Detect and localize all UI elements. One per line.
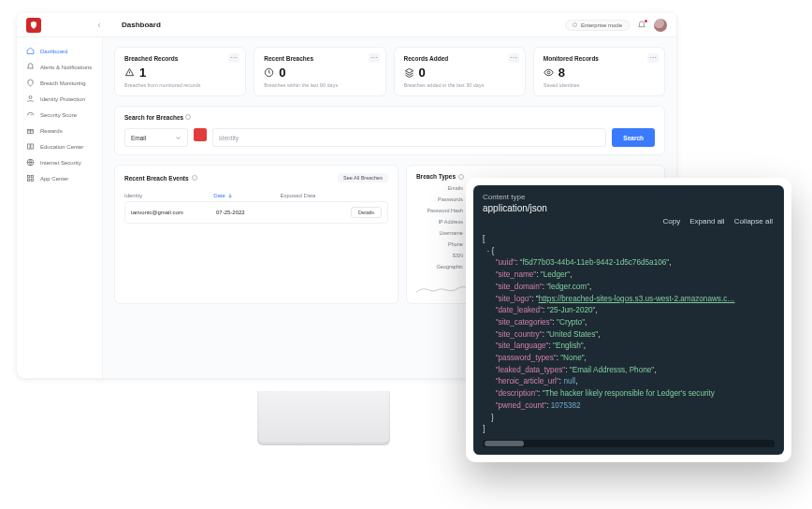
recent-breach-events-panel: Recent Breach Events See All Breaches Id… — [114, 165, 399, 304]
svg-rect-5 — [28, 179, 30, 181]
search-button[interactable]: Search — [612, 128, 655, 147]
svg-rect-6 — [31, 179, 33, 181]
info-icon[interactable] — [458, 174, 464, 180]
copy-button[interactable]: Copy — [663, 217, 681, 225]
content-type-value: application/json — [483, 203, 775, 213]
sidebar-collapse-icon[interactable] — [95, 22, 103, 29]
home-icon — [26, 47, 35, 55]
sort-date[interactable]: Date — [213, 193, 280, 198]
sidebar: Dashboard Alerts & Notifications Breach … — [17, 37, 103, 378]
globe-icon — [26, 158, 35, 167]
card-menu-icon[interactable]: ⋯ — [647, 53, 659, 63]
search-title: Search for Breaches — [124, 114, 655, 121]
layers-icon — [404, 67, 414, 78]
sidebar-item-breach-monitoring[interactable]: Breach Monitoring — [17, 75, 102, 91]
arrow-down-icon — [227, 193, 233, 198]
api-response-window: Content type application/json Copy Expan… — [466, 178, 791, 462]
card-recent-breaches: ⋯ Recent Breaches 0 Breaches within the … — [254, 47, 385, 96]
search-input[interactable]: Identity — [212, 128, 606, 147]
sidebar-item-score[interactable]: Security Score — [17, 107, 102, 123]
clock-icon — [264, 67, 274, 78]
card-menu-icon[interactable]: ⋯ — [228, 53, 239, 63]
sidebar-item-education[interactable]: Education Center — [17, 138, 102, 154]
horizontal-scrollbar[interactable] — [483, 440, 775, 447]
gift-icon — [26, 126, 35, 135]
svg-rect-4 — [31, 176, 33, 178]
page-title: Dashboard — [122, 21, 161, 29]
notifications-icon[interactable] — [637, 21, 646, 30]
shield-icon — [26, 79, 35, 87]
see-all-breaches-button[interactable]: See All Breaches — [338, 173, 388, 182]
user-icon — [26, 95, 35, 103]
details-button[interactable]: Details — [351, 207, 382, 218]
table-row: tanvonic@gmail.com 07-25-2022 Details — [124, 201, 388, 224]
app-logo — [26, 18, 41, 33]
json-code-block[interactable]: [ - { "uuid": "f5d77b03-44b4-11eb-9442-1… — [483, 234, 775, 436]
grid-icon — [26, 174, 35, 182]
book-icon — [26, 142, 35, 151]
sidebar-item-identity[interactable]: Identity Protection — [17, 91, 102, 107]
info-icon[interactable] — [192, 175, 197, 181]
laptop-base-decor — [257, 391, 390, 445]
avatar[interactable] — [654, 19, 667, 32]
topbar: Dashboard Enterprise mode — [17, 13, 676, 37]
chevron-down-icon — [175, 135, 181, 141]
gauge-icon — [26, 110, 35, 119]
scrollbar-thumb[interactable] — [485, 441, 524, 446]
svg-point-0 — [29, 96, 32, 99]
card-menu-icon[interactable]: ⋯ — [369, 53, 380, 63]
eye-icon — [544, 67, 554, 78]
search-panel: Search for Breaches Email Identity Searc… — [114, 106, 665, 155]
sidebar-item-internet-security[interactable]: Internet Security — [17, 154, 102, 170]
info-icon[interactable] — [185, 114, 191, 120]
mode-toggle[interactable]: Enterprise mode — [565, 20, 630, 31]
card-breached-records: ⋯ Breached Records 1 Breaches from monit… — [114, 47, 246, 96]
svg-rect-3 — [28, 176, 30, 178]
search-type-select[interactable]: Email — [124, 128, 188, 147]
radio-icon — [573, 22, 577, 27]
collapse-all-button[interactable]: Collapse all — [734, 217, 773, 225]
sidebar-item-rewards[interactable]: Rewards — [17, 123, 102, 138]
sidebar-item-alerts[interactable]: Alerts & Notifications — [17, 59, 102, 75]
bell-icon — [26, 63, 35, 71]
card-records-added: ⋯ Records Added 0 Breaches added in the … — [394, 47, 526, 96]
svg-point-8 — [547, 71, 550, 74]
expand-all-button[interactable]: Expand all — [689, 217, 724, 225]
content-type-label: Content type — [483, 193, 775, 201]
sidebar-item-dashboard[interactable]: Dashboard — [17, 43, 102, 59]
sidebar-item-app-center[interactable]: App Center — [17, 170, 102, 186]
warning-icon — [124, 67, 135, 78]
card-menu-icon[interactable]: ⋯ — [508, 53, 519, 63]
table-header: Identity Date Exposed Data — [124, 190, 388, 201]
card-monitored-records: ⋯ Monitored Records 8 Saved identities — [533, 47, 665, 96]
identity-type-icon — [194, 128, 207, 141]
